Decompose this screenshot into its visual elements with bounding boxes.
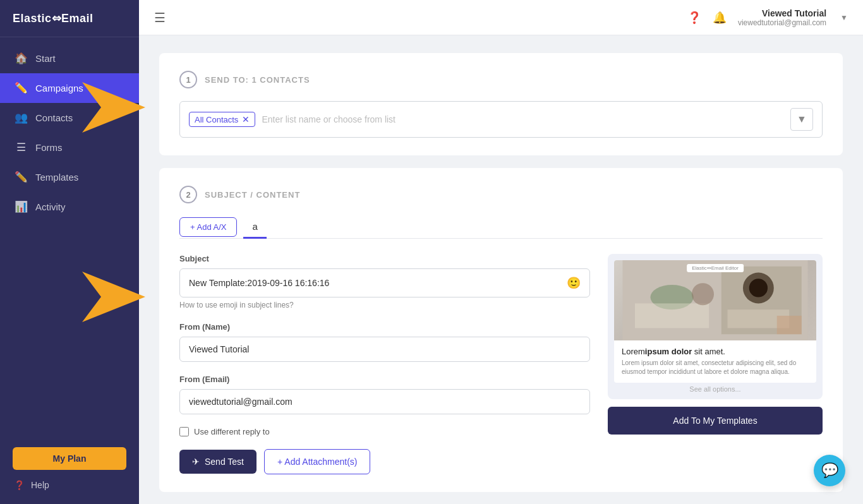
- hamburger-icon[interactable]: ☰: [154, 10, 166, 25]
- main-area: ☰ ❓ 🔔 Viewed Tutorial viewedtutorial@gma…: [139, 0, 863, 504]
- send-to-label: SEND TO: 1 CONTACTS: [205, 75, 310, 85]
- svg-rect-6: [635, 303, 709, 328]
- sidebar-label-activity: Activity: [35, 201, 66, 212]
- preview-title: Loremipsum dolor sit amet.: [622, 347, 809, 356]
- sidebar-label-help: Help: [31, 480, 49, 490]
- reply-to-row: Use different reply to: [179, 427, 590, 436]
- sidebar-label-contacts: Contacts: [35, 112, 73, 123]
- from-name-input[interactable]: [189, 344, 581, 354]
- subject-field-label: Subject: [179, 254, 590, 263]
- add-attachments-button[interactable]: + Add Attachment(s): [264, 449, 370, 474]
- preview-header-bar: Elastic⇔Email Editor: [687, 264, 744, 272]
- campaigns-icon: ✏️: [14, 81, 28, 95]
- form-right: Elastic⇔Email Editor Loremipsum dolor si…: [608, 254, 823, 435]
- sidebar-item-contacts[interactable]: 👥 Contacts: [0, 103, 139, 133]
- tab-a[interactable]: a: [243, 216, 266, 239]
- from-email-input-wrapper: [179, 389, 590, 414]
- sidebar-label-forms: Forms: [35, 142, 63, 153]
- contacts-input-wrapper: All Contacts ✕ Enter list name or choose…: [179, 101, 823, 138]
- subject-label: SUBJECT / CONTENT: [205, 190, 300, 200]
- from-email-label: From (Email): [179, 375, 590, 384]
- subject-content-section: 2 SUBJECT / CONTENT + Add A/X a Subject …: [159, 168, 843, 492]
- header-left: ☰: [154, 10, 166, 25]
- sidebar-label-templates: Templates: [35, 172, 78, 183]
- send-to-section: 1 SEND TO: 1 CONTACTS All Contacts ✕ Ent…: [159, 53, 843, 155]
- send-test-label: Send Test: [205, 457, 244, 467]
- preview-svg: [614, 260, 816, 340]
- preview-image: Elastic⇔Email Editor: [614, 260, 816, 340]
- help-icon: ❓: [14, 480, 25, 490]
- templates-icon: ✏️: [14, 171, 28, 184]
- preview-text-area: Loremipsum dolor sit amet. Lorem ipsum d…: [614, 340, 816, 383]
- home-icon: 🏠: [14, 52, 28, 65]
- sidebar: Elastic⇔Email 🏠 Start ✏️ Campaigns 👥 Con…: [0, 0, 139, 504]
- preview-body-text: Lorem ipsum dolor sit amet, consectetur …: [622, 359, 809, 376]
- tab-bar: + Add A/X a: [179, 216, 823, 239]
- all-contacts-tag-label: All Contacts: [195, 115, 238, 124]
- user-dropdown-icon[interactable]: ▼: [840, 13, 848, 22]
- sidebar-item-templates[interactable]: ✏️ Templates: [0, 162, 139, 192]
- activity-icon: 📊: [14, 200, 28, 213]
- send-icon: ✈: [192, 457, 200, 467]
- sidebar-item-campaigns[interactable]: ✏️ Campaigns: [0, 73, 139, 103]
- preview-caption: See all options...: [689, 385, 740, 393]
- send-to-title: 1 SEND TO: 1 CONTACTS: [179, 71, 823, 88]
- reply-to-checkbox[interactable]: [179, 427, 189, 436]
- sidebar-item-activity[interactable]: 📊 Activity: [0, 192, 139, 222]
- sidebar-bottom: My Plan ❓ Help: [0, 437, 139, 504]
- sidebar-label-campaigns: Campaigns: [35, 83, 83, 93]
- emoji-icon[interactable]: 🙂: [567, 276, 581, 290]
- subject-input-wrapper: 🙂: [179, 268, 590, 297]
- form-left: Subject 🙂 How to use emoji in subject li…: [179, 254, 590, 474]
- from-name-input-wrapper: [179, 337, 590, 362]
- help-circle-icon[interactable]: ❓: [687, 11, 701, 25]
- subject-title: 2 SUBJECT / CONTENT: [179, 186, 823, 203]
- action-row: ✈ Send Test + Add Attachment(s): [179, 449, 590, 474]
- svg-point-3: [749, 279, 768, 297]
- sidebar-item-forms[interactable]: ☰ Forms: [0, 133, 139, 162]
- from-email-field-group: From (Email): [179, 375, 590, 414]
- contacts-icon: 👥: [14, 111, 28, 124]
- subject-field-group: Subject 🙂 How to use emoji in subject li…: [179, 254, 590, 309]
- preview-title-suffix: sit amet.: [692, 347, 725, 356]
- contacts-placeholder: Enter list name or choose from list: [262, 114, 784, 124]
- section-number-1: 1: [179, 71, 197, 88]
- sidebar-item-start[interactable]: 🏠 Start: [0, 44, 139, 73]
- add-to-my-templates-button[interactable]: Add To My Templates: [608, 407, 823, 435]
- remove-tag-icon[interactable]: ✕: [242, 114, 250, 124]
- sidebar-nav: 🏠 Start ✏️ Campaigns 👥 Contacts ☰ Forms …: [0, 37, 139, 437]
- svg-point-7: [692, 283, 714, 305]
- all-contacts-tag[interactable]: All Contacts ✕: [189, 112, 255, 127]
- reply-to-label: Use different reply to: [194, 427, 270, 436]
- bell-icon[interactable]: 🔔: [713, 11, 727, 25]
- attach-label: + Add Attachment(s): [277, 457, 357, 467]
- preview-title-regular: Lorem: [622, 347, 645, 356]
- header-right: ❓ 🔔 Viewed Tutorial viewedtutorial@gmail…: [687, 8, 848, 27]
- forms-icon: ☰: [14, 141, 28, 154]
- add-ax-button[interactable]: + Add A/X: [179, 217, 237, 237]
- my-plan-button[interactable]: My Plan: [13, 447, 126, 470]
- form-row: Subject 🙂 How to use emoji in subject li…: [179, 254, 823, 474]
- preview-title-bold: ipsum dolor: [645, 347, 692, 356]
- template-preview-inner: Elastic⇔Email Editor Loremipsum dolor si…: [614, 260, 816, 383]
- chat-button[interactable]: 💬: [814, 455, 845, 486]
- section-number-2: 2: [179, 186, 197, 203]
- sidebar-label-start: Start: [35, 53, 56, 64]
- header-user: Viewed Tutorial viewedtutorial@gmail.com: [738, 8, 826, 27]
- emoji-hint[interactable]: How to use emoji in subject lines?: [179, 301, 590, 309]
- contacts-dropdown-arrow[interactable]: ▼: [790, 108, 813, 131]
- app-logo: Elastic⇔Email: [0, 0, 139, 37]
- sidebar-item-help[interactable]: ❓ Help: [13, 476, 126, 494]
- header: ☰ ❓ 🔔 Viewed Tutorial viewedtutorial@gma…: [139, 0, 863, 35]
- from-name-field-group: From (Name): [179, 322, 590, 362]
- content-area: 1 SEND TO: 1 CONTACTS All Contacts ✕ Ent…: [139, 35, 863, 504]
- header-user-name: Viewed Tutorial: [762, 8, 826, 18]
- from-name-label: From (Name): [179, 322, 590, 332]
- svg-rect-8: [777, 316, 802, 334]
- subject-input[interactable]: [189, 278, 567, 288]
- from-email-input[interactable]: [189, 397, 581, 407]
- send-test-button[interactable]: ✈ Send Test: [179, 450, 256, 474]
- header-user-email: viewedtutorial@gmail.com: [738, 18, 826, 27]
- template-preview: Elastic⇔Email Editor Loremipsum dolor si…: [608, 254, 823, 399]
